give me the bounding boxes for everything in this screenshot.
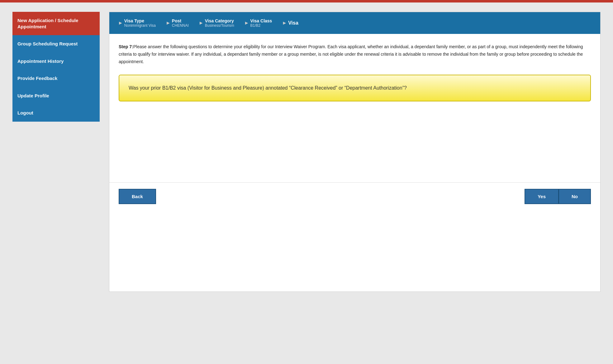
breadcrumb-arrow-3: ► (199, 20, 204, 26)
breadcrumb-visa-type: ► Visa Type Nonimmigrant Visa (112, 18, 160, 28)
back-button[interactable]: Back (119, 189, 156, 204)
question-text: Was your prior B1/B2 visa (Visitor for B… (129, 84, 581, 92)
question-box: Was your prior B1/B2 visa (Visitor for B… (119, 75, 591, 101)
breadcrumb-visa-category: ► Visa Category Business/Tourism (193, 18, 239, 28)
breadcrumb-visa-class-label: Visa Class (250, 18, 272, 23)
breadcrumb-visa-class-value: B1/B2 (250, 23, 272, 28)
breadcrumb-visa-type-label: Visa Type (124, 18, 156, 23)
breadcrumb-visa: ► Visa (276, 20, 302, 26)
sidebar-item-logout[interactable]: Logout (12, 104, 100, 122)
main-content: ► Visa Type Nonimmigrant Visa ► Post CHE… (109, 12, 601, 292)
sidebar-item-new-application[interactable]: New Application / Schedule Appointment (12, 12, 100, 35)
breadcrumb-arrow-5: ► (282, 20, 287, 26)
breadcrumb-arrow-4: ► (244, 20, 249, 26)
step-description: Step 7:Please answer the following quest… (119, 43, 591, 65)
yes-no-group: Yes No (525, 189, 591, 204)
breadcrumb-post-value: CHENNAI (172, 23, 189, 28)
footer-buttons: Back Yes No (109, 182, 600, 210)
breadcrumb-arrow-2: ► (166, 20, 171, 26)
sidebar-item-update-profile[interactable]: Update Profile (12, 87, 100, 105)
no-button[interactable]: No (558, 189, 591, 204)
breadcrumb-post-label: Post (172, 18, 189, 23)
content-body: Step 7:Please answer the following quest… (109, 34, 600, 120)
breadcrumb-nav: ► Visa Type Nonimmigrant Visa ► Post CHE… (109, 12, 600, 34)
breadcrumb-visa-class: ► Visa Class B1/B2 (239, 18, 277, 28)
breadcrumb-visa-label: Visa (288, 20, 298, 26)
step-number: Step 7: (119, 44, 133, 49)
top-bar (0, 0, 613, 2)
sidebar-item-appointment-history[interactable]: Appointment History (12, 53, 100, 70)
breadcrumb-visa-category-label: Visa Category (205, 18, 234, 23)
breadcrumb-arrow-1: ► (118, 20, 123, 26)
breadcrumb-visa-type-value: Nonimmigrant Visa (124, 23, 156, 28)
yes-button[interactable]: Yes (525, 189, 558, 204)
sidebar: New Application / Schedule Appointment G… (12, 12, 100, 292)
breadcrumb-visa-category-value: Business/Tourism (205, 23, 234, 28)
sidebar-item-group-scheduling[interactable]: Group Scheduling Request (12, 35, 100, 53)
breadcrumb-post: ► Post CHENNAI (160, 18, 193, 28)
sidebar-item-provide-feedback[interactable]: Provide Feedback (12, 70, 100, 87)
